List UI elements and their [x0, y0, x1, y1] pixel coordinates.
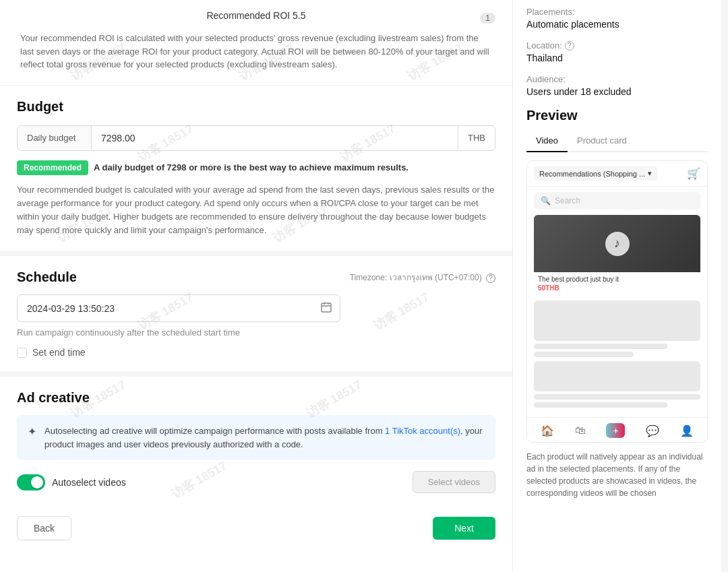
- recommendations-dropdown[interactable]: Recommendations (Shopping ... ▾: [534, 166, 657, 181]
- budget-title: Budget: [17, 99, 495, 115]
- budget-label: Daily budget: [18, 126, 92, 150]
- skeleton-row-3: [534, 394, 700, 400]
- audience-value: Users under 18 excluded: [526, 86, 708, 97]
- calendar-icon[interactable]: [313, 295, 340, 321]
- main-content: Recommended ROI 5.5 1 Your recommended R…: [0, 0, 512, 572]
- schedule-section: Schedule Timezone: เวลากรุงเทพ (UTC+07:0…: [0, 256, 512, 377]
- recommended-badge: Recommended: [17, 160, 88, 175]
- placements-label: Placements:: [526, 7, 708, 17]
- roi-title-row: Recommended ROI 5.5 1: [17, 10, 495, 26]
- preview-description: Each product will natively appear as an …: [526, 451, 708, 499]
- location-label: Location: ?: [526, 40, 708, 51]
- sparkle-icon: ✦: [28, 425, 36, 438]
- placements-row: Placements: Automatic placements: [526, 7, 708, 30]
- phone-nav: 🏠 🛍 + 💬 👤: [527, 417, 707, 442]
- phone-search-bar[interactable]: 🔍 Search: [534, 192, 700, 210]
- tiktok-logo: ♪: [605, 232, 630, 256]
- preview-title: Preview: [526, 108, 708, 123]
- timezone-help-icon[interactable]: ?: [486, 274, 495, 283]
- skeleton-row-1: [534, 344, 667, 349]
- roi-description: Your recommended ROI is calculated with …: [17, 32, 495, 78]
- search-icon: 🔍: [541, 196, 551, 205]
- skeleton-row-2: [534, 352, 634, 357]
- svg-rect-0: [322, 303, 331, 312]
- budget-section: Budget Daily budget 7298.00 THB Recommen…: [0, 86, 512, 257]
- budget-value[interactable]: 7298.00: [92, 126, 458, 150]
- dropdown-label: Recommendations (Shopping ...: [539, 170, 645, 178]
- ad-creative-section: Ad creative ✦ Autoselecting ad creative …: [0, 377, 512, 507]
- roi-section: Recommended ROI 5.5 1 Your recommended R…: [0, 0, 512, 86]
- add-nav-icon[interactable]: +: [606, 423, 625, 438]
- phone-preview: Recommendations (Shopping ... ▾ 🛒 🔍 Sear…: [526, 160, 708, 443]
- profile-nav-icon[interactable]: 👤: [680, 424, 694, 437]
- budget-currency: THB: [458, 126, 495, 150]
- location-help-icon[interactable]: ?: [565, 41, 574, 51]
- select-videos-button[interactable]: Select videos: [413, 471, 495, 493]
- audience-row: Audience: Users under 18 excluded: [526, 74, 708, 97]
- bottom-bar: Back Next: [0, 507, 512, 550]
- run-campaign-text: Run campaign continuously after the sche…: [17, 327, 495, 338]
- schedule-header: Schedule Timezone: เวลากรุงเทพ (UTC+07:0…: [17, 269, 495, 285]
- cart-icon[interactable]: 🛒: [687, 167, 700, 180]
- right-panel: Placements: Automatic placements Locatio…: [512, 0, 721, 572]
- skeleton-row-4: [534, 402, 667, 408]
- recommended-row: Recommended A daily budget of 7298 or mo…: [17, 160, 495, 175]
- autoselect-toggle[interactable]: [17, 474, 45, 490]
- preview-tabs: Video Product card: [526, 131, 708, 152]
- phone-product-area: ♪ The best product just buy it 50THB: [527, 215, 707, 417]
- next-button[interactable]: Next: [433, 517, 495, 540]
- roi-title: Recommended ROI 5.5: [206, 10, 305, 21]
- roi-badge: 1: [480, 13, 495, 24]
- toggle-label: Autoselect videos: [17, 474, 126, 490]
- skeleton-block-2: [534, 361, 700, 391]
- tiktok-account-link[interactable]: 1 TikTok account(s): [385, 426, 460, 436]
- product-price: 50THB: [538, 284, 696, 292]
- set-end-time-row: Set end time: [17, 347, 495, 358]
- location-row: Location: ? Thailand: [526, 40, 708, 63]
- autoselect-videos-row: Autoselect videos Select videos: [17, 471, 495, 493]
- recommended-message-strong: A daily budget of 7298 or more is the be…: [94, 162, 408, 172]
- back-button[interactable]: Back: [17, 516, 71, 540]
- product-image: ♪: [534, 215, 700, 272]
- ad-creative-title: Ad creative: [17, 390, 495, 406]
- datetime-input-row[interactable]: 2024-03-29 13:50:23: [17, 294, 340, 322]
- tab-product-card[interactable]: Product card: [568, 131, 636, 152]
- product-card: ♪ The best product just buy it 50THB: [534, 215, 700, 295]
- product-info: The best product just buy it 50THB: [534, 272, 700, 295]
- skeleton-block-1: [534, 300, 700, 341]
- placements-value: Automatic placements: [526, 19, 708, 30]
- tab-video[interactable]: Video: [526, 131, 568, 152]
- home-nav-icon[interactable]: 🏠: [541, 424, 554, 437]
- chevron-down-icon: ▾: [648, 169, 652, 178]
- right-panel-info: Placements: Automatic placements Locatio…: [526, 0, 708, 97]
- autoselect-videos-label: Autoselect videos: [52, 477, 126, 488]
- product-desc: The best product just buy it: [538, 276, 696, 283]
- recommended-message: A daily budget of 7298 or more is the be…: [94, 162, 408, 172]
- budget-description: Your recommended budget is calculated wi…: [17, 183, 495, 238]
- schedule-title: Schedule: [17, 269, 77, 285]
- inbox-nav-icon[interactable]: 💬: [646, 424, 659, 437]
- set-end-time-label[interactable]: Set end time: [32, 347, 86, 358]
- set-end-time-checkbox[interactable]: [17, 348, 27, 358]
- audience-label: Audience:: [526, 74, 708, 84]
- timezone-label: Timezone: เวลากรุงเทพ (UTC+07:00) ?: [350, 271, 495, 284]
- autoselect-info-box: ✦ Autoselecting ad creative will optimiz…: [17, 415, 495, 460]
- toggle-knob: [31, 476, 43, 488]
- phone-header: Recommendations (Shopping ... ▾ 🛒: [527, 161, 707, 187]
- budget-input-row[interactable]: Daily budget 7298.00 THB: [17, 125, 495, 151]
- search-placeholder-text: Search: [555, 196, 580, 205]
- autoselect-info-text: Autoselecting ad creative will optimize …: [44, 424, 485, 451]
- datetime-value[interactable]: 2024-03-29 13:50:23: [18, 296, 313, 321]
- location-value: Thailand: [526, 53, 708, 63]
- shop-nav-icon[interactable]: 🛍: [575, 424, 586, 437]
